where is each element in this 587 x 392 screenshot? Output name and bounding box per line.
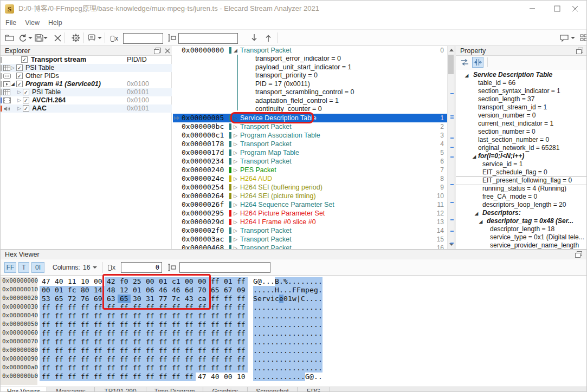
hex-byte[interactable]: ff [183, 347, 196, 355]
hex-byte[interactable]: ff [131, 303, 144, 312]
hex-byte[interactable]: ff [66, 303, 79, 312]
tree-expander-icon[interactable]: ▷ [17, 88, 21, 96]
property-row-descriptor-length-18[interactable]: descriptor_length = 18 [456, 225, 587, 233]
property-row-running-status-4-runn[interactable]: running_status = 4 (Running) [456, 185, 587, 193]
tree-expander-icon[interactable]: ▷ [234, 131, 237, 140]
ascii-char[interactable]: . [292, 312, 296, 321]
hex-byte[interactable]: ff [118, 329, 131, 338]
ascii-char[interactable]: . [279, 286, 283, 295]
hex-byte[interactable]: ff [183, 329, 196, 338]
ascii-char[interactable]: . [318, 312, 322, 321]
ascii-char[interactable]: . [288, 329, 292, 338]
ascii-char[interactable]: . [266, 373, 270, 381]
hex-byte[interactable]: ff [196, 355, 209, 364]
hex-byte[interactable]: ff [105, 338, 118, 347]
ascii-char[interactable]: . [253, 338, 257, 347]
ascii-char[interactable]: . [292, 355, 296, 364]
search-up-icon[interactable] [263, 32, 274, 43]
hex-byte[interactable]: ff [144, 364, 157, 373]
hex-byte[interactable]: 70 [196, 286, 209, 295]
tree-expander-icon[interactable]: ▷ [234, 209, 237, 218]
packet-row-transport-packet-4[interactable]: 0x00000178▷Transport Packet4 [173, 140, 455, 148]
ascii-char[interactable]: . [279, 303, 283, 312]
ascii-char[interactable]: @ [257, 277, 262, 286]
hex-byte[interactable]: ff [118, 364, 131, 373]
ascii-char[interactable]: . [257, 329, 262, 338]
tree-expander-icon[interactable]: ▷ [234, 200, 237, 209]
ascii-char[interactable]: . [318, 303, 322, 312]
hex-byte[interactable]: ff [118, 355, 131, 364]
ascii-char[interactable]: . [270, 355, 275, 364]
ascii-char[interactable]: . [296, 347, 301, 355]
hex-byte[interactable]: ff [196, 329, 209, 338]
hex-byte[interactable]: ff [79, 347, 92, 355]
hex-byte[interactable]: ff [183, 355, 196, 364]
hex-byte[interactable]: ff [79, 355, 92, 364]
ascii-char[interactable]: . [301, 364, 305, 373]
columns-dropdown-icon[interactable] [93, 266, 97, 269]
packet-row-h264-sei-buffering-period-9[interactable]: 0x00000254▷H264 SEI (buffering period)9 [173, 183, 455, 192]
close-panel-icon[interactable] [164, 48, 171, 54]
packet-detail-row[interactable]: transport_scrambling_control = 0 [173, 88, 455, 97]
ascii-char[interactable]: . [262, 347, 266, 355]
packet-row-h264-sei-picture-timing-10[interactable]: 0x00000264▷H264 SEI (picture timing)10 [173, 192, 455, 200]
ascii-char[interactable]: . [292, 277, 296, 286]
hex-byte[interactable]: 00 [40, 286, 53, 295]
packet-row-service-description-table-1[interactable]: 0x00000005▷Service Description Table1 [173, 114, 455, 122]
ascii-char[interactable]: . [309, 321, 314, 329]
close-button[interactable] [563, 1, 587, 17]
hex-byte[interactable]: 48 [105, 286, 118, 295]
hex-byte[interactable]: ff [144, 347, 157, 355]
ascii-char[interactable]: . [305, 338, 309, 347]
ascii-char[interactable]: . [270, 303, 275, 312]
hex-byte[interactable]: ff [53, 355, 66, 364]
property-row-service-description-tabl[interactable]: ◢Service Description Table [456, 71, 587, 79]
hex-byte[interactable]: ff [92, 303, 105, 312]
tree-expander-icon[interactable]: ▷ [234, 174, 237, 183]
property-row-current-next-indicator[interactable]: current_next_indicator = 1 [456, 120, 587, 128]
toggle-hex-button[interactable]: FF [4, 262, 16, 273]
ascii-char[interactable]: . [314, 355, 318, 364]
hex-byte[interactable]: ff [79, 373, 92, 381]
hex-byte[interactable]: ff [196, 347, 209, 355]
hex-byte[interactable]: ff [170, 329, 183, 338]
ascii-char[interactable]: . [314, 347, 318, 355]
hex-byte[interactable]: ff [131, 347, 144, 355]
ascii-char[interactable]: . [257, 355, 262, 364]
ascii-char[interactable]: . [288, 338, 292, 347]
hex-byte[interactable]: ff [196, 321, 209, 329]
ascii-char[interactable]: . [318, 355, 322, 364]
goto-offset-icon[interactable] [166, 262, 177, 273]
ascii-char[interactable]: . [309, 303, 314, 312]
ascii-char[interactable]: . [301, 347, 305, 355]
hex-byte[interactable]: ff [222, 303, 235, 312]
hex-byte[interactable]: ff [144, 312, 157, 321]
hex-byte[interactable]: 40 [53, 277, 66, 286]
minimize-button[interactable] [520, 1, 545, 17]
hex-byte[interactable]: ff [235, 303, 248, 312]
ascii-char[interactable]: . [266, 303, 270, 312]
property-row-for-i-0-i-n-i[interactable]: ◢for(i=0;i<N;i++) [456, 152, 587, 160]
tree-expander-icon[interactable]: ◢ [465, 71, 468, 80]
close-file-icon[interactable] [53, 32, 63, 43]
tab-epg[interactable]: EPG [298, 387, 330, 392]
hex-byte[interactable]: ff [157, 303, 170, 312]
hex-byte[interactable]: ff [157, 321, 170, 329]
property-row-original-network-id-65[interactable]: original_network_id = 65281 [456, 144, 587, 152]
hex-byte[interactable]: 46 [170, 286, 183, 295]
hex-byte[interactable]: ff [209, 312, 222, 321]
ascii-char[interactable]: . [279, 329, 283, 338]
tab-screenshot[interactable]: Screenshot [248, 387, 298, 392]
ascii-char[interactable]: . [309, 347, 314, 355]
hex-byte[interactable]: ff [144, 355, 157, 364]
ascii-char[interactable]: i [270, 295, 275, 303]
ascii-char[interactable]: . [279, 312, 283, 321]
ascii-char[interactable]: . [279, 373, 283, 381]
hex-byte[interactable]: ff [209, 347, 222, 355]
tree-expander-icon[interactable]: ▷ [234, 114, 237, 122]
menu-item-help[interactable]: Help [48, 17, 62, 29]
checkbox[interactable]: ✓ [16, 64, 23, 71]
ascii-char[interactable]: . [318, 364, 322, 373]
ascii-char[interactable]: . [279, 364, 283, 373]
hex-byte[interactable]: ff [118, 347, 131, 355]
